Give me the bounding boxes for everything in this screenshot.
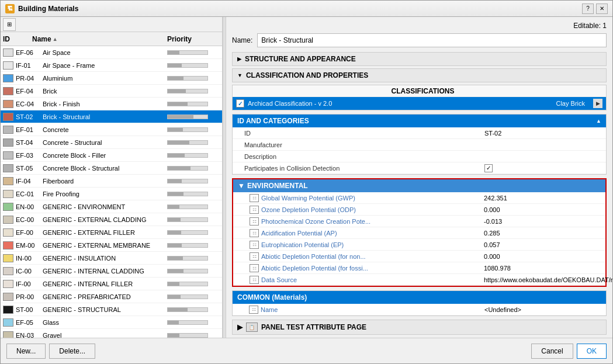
close-button[interactable]: ✕ [596,4,608,14]
checkmark-icon: ✓ [238,100,243,107]
item-id: EN-03 [16,332,43,338]
priority-bar-bg [167,243,208,248]
env-prop-row: ⚏Photochemical Ozone Creation Pote...-0.… [233,216,605,227]
material-swatch [3,254,13,262]
item-id: EC-00 [16,216,43,223]
item-name: Fire Proofing [43,190,167,197]
material-swatch [3,74,13,82]
list-item[interactable]: PR-00GENERIC - PREFABRICATED [1,290,222,303]
priority-bar-area [167,256,220,261]
priority-bar-bg [167,102,208,106]
priority-bar-area [167,153,220,158]
right-panel: spacer Editable: 1 Name: ▶ STRUCTURE AND… [226,17,612,338]
common-link-icon: ⚏ [249,306,258,314]
sort-arrow-icon: ▲ [53,36,58,42]
env-prop-label[interactable]: Abiotic Depletion Potential (for non... [261,253,484,260]
env-prop-value: -0.013 [484,218,601,225]
item-name: GENERIC - EXTERNAL MEMBRANE [43,242,167,249]
item-name: Brick [43,88,167,95]
material-swatch [3,203,13,211]
prop-label: ID [244,130,484,137]
panel-test-label: PANEL TEST ATTRIBUTE PAGE [261,323,366,331]
collision-checkbox[interactable]: ✓ [484,164,493,172]
material-swatch [3,177,13,185]
priority-bar-area [167,140,220,145]
priority-bar-bg [167,307,208,312]
cancel-button[interactable]: Cancel [531,344,573,359]
classifications-section: CLASSIFICATIONS ✓ Archicad Classificatio… [232,85,607,110]
priority-bar-area [167,307,220,312]
material-swatch [3,100,13,108]
item-name: GENERIC - ENVIRONMENT [43,203,167,210]
item-id: IF-01 [16,62,43,69]
material-swatch [3,306,13,314]
list-item[interactable]: IF-04Fiberboard [1,175,222,188]
env-prop-label[interactable]: Acidification Potential (AP) [261,230,484,237]
env-prop-label[interactable]: Photochemical Ozone Creation Pote... [261,218,484,225]
priority-bar-area [167,166,220,171]
name-row: Name: [232,33,607,47]
name-input[interactable] [257,33,607,47]
classification-section-header[interactable]: ▼ CLASSIFICATION AND PROPERTIES [232,68,607,82]
env-prop-label[interactable]: Abiotic Depletion Potential (for fossi..… [261,265,484,272]
list-item[interactable]: EC-00GENERIC - EXTERNAL CLADDING [1,213,222,226]
list-item[interactable]: EM-00GENERIC - EXTERNAL MEMBRANE [1,239,222,252]
panel-test-header[interactable]: ▶ 📋 PANEL TEST ATTRIBUTE PAGE [232,320,607,335]
item-id: EF-00 [16,229,43,236]
list-item[interactable]: EN-03Gravel [1,329,222,338]
material-swatch [3,151,13,160]
environmental-section: ▼ ENVIRONMENTAL ⚏Global Warming Potentia… [232,178,607,287]
env-prop-value: 1080.978 [484,265,601,272]
item-name: GENERIC - EXTERNAL CLADDING [43,216,167,223]
grid-icon[interactable]: ⊞ [3,18,16,31]
list-item[interactable]: EN-00GENERIC - ENVIRONMENT [1,200,222,213]
list-item[interactable]: ST-04Concrete - Structural [1,136,222,149]
priority-bar-area [167,102,220,106]
priority-bar-fill [168,128,183,131]
delete-button[interactable]: Delete... [49,344,95,359]
priority-bar-bg [167,333,208,338]
classification-arrow-button[interactable]: ▶ [593,99,602,108]
item-name: Concrete Block - Structural [43,165,167,172]
new-button[interactable]: New... [6,344,46,359]
list-item[interactable]: ST-00GENERIC - STRUCTURAL [1,303,222,316]
list-item[interactable]: EF-05Glass [1,316,222,329]
list-item[interactable]: IN-00GENERIC - INSULATION [1,252,222,265]
help-button[interactable]: ? [582,4,594,14]
env-prop-label[interactable]: Ozone Depletion Potential (ODP) [261,206,484,213]
list-item[interactable]: EF-01Concrete [1,123,222,136]
item-id: EF-04 [16,88,43,95]
materials-list[interactable]: EF-06Air SpaceIF-01Air Space - FramePR-0… [1,46,222,338]
priority-bar-bg [167,127,208,132]
list-item[interactable]: EF-04Brick [1,85,222,98]
classification-section-label: CLASSIFICATION AND PROPERTIES [246,71,368,79]
common-header: COMMON (Materials) [233,291,606,304]
list-item[interactable]: PR-04Aluminium [1,72,222,85]
list-item[interactable]: IC-00GENERIC - INTERNAL CLADDING [1,265,222,278]
id-categories-section: ID AND CATEGORIES ▲ IDST-02ManufacturerD… [232,114,607,175]
item-id: IF-00 [16,280,43,287]
env-prop-label[interactable]: Data Source [261,276,484,283]
item-name: GENERIC - INTERNAL FILLER [43,280,167,287]
priority-bar-fill [168,295,181,299]
list-item[interactable]: ST-02Brick - Structural [1,110,222,123]
list-item[interactable]: EF-06Air Space [1,46,222,59]
header-id: ID [3,35,32,43]
env-prop-label[interactable]: Global Warming Potential (GWP) [261,195,484,202]
env-prop-row: ⚏Acidification Potential (AP)0.285 [233,227,605,239]
list-item[interactable]: IF-00GENERIC - INTERNAL FILLER [1,278,222,290]
list-item[interactable]: EC-01Fire Proofing [1,188,222,200]
list-item[interactable]: EF-00GENERIC - EXTERNAL FILLER [1,226,222,239]
list-item[interactable]: IF-01Air Space - Frame [1,59,222,72]
classification-row[interactable]: ✓ Archicad Classification - v 2.0 Clay B… [233,97,606,110]
list-item[interactable]: ST-05Concrete Block - Structural [1,162,222,175]
structure-section-header[interactable]: ▶ STRUCTURE AND APPEARANCE [232,52,607,66]
env-prop-value: 0.000 [484,253,601,260]
env-prop-label[interactable]: Eutrophication Potential (EP) [261,241,484,248]
list-item[interactable]: EC-04Brick - Finish [1,98,222,110]
editable-status: Editable: 1 [573,22,607,30]
ok-button[interactable]: OK [577,344,607,359]
classification-content: CLASSIFICATIONS ✓ Archicad Classificatio… [232,85,607,335]
classification-checkbox[interactable]: ✓ [236,99,244,108]
list-item[interactable]: EF-03Concrete Block - Filler [1,149,222,162]
